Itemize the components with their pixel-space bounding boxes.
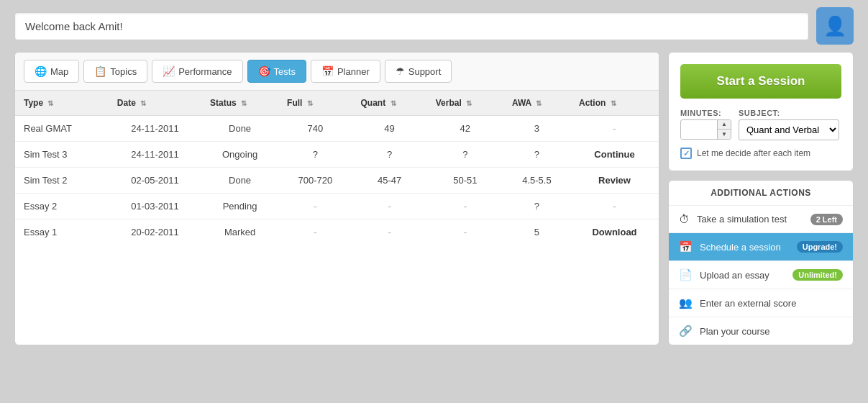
simulation-icon: ⏱ <box>679 213 690 225</box>
cell-action-4[interactable]: Download <box>570 219 659 245</box>
cell-action-3: - <box>570 194 659 219</box>
col-awa[interactable]: AWA ⇅ <box>503 91 570 116</box>
external-icon: 👥 <box>679 296 693 309</box>
right-panel: Start a Session MINUTES: ▲ ▼ SUBJECT: <box>668 52 854 345</box>
action-essay[interactable]: 📄 Upload an essay Unlimited! <box>669 261 853 289</box>
subject-select[interactable]: Quant and Verbal Quant Only Verbal Only <box>739 119 839 140</box>
sort-verbal-icon: ⇅ <box>466 99 472 107</box>
tests-table: Type ⇅ Date ⇅ Status ⇅ Full ⇅ <box>15 91 659 245</box>
action-simulation[interactable]: ⏱ Take a simulation test 2 Left <box>669 206 853 233</box>
tab-support-label: Support <box>408 66 442 77</box>
tab-planner-label: Planner <box>337 66 370 77</box>
minutes-down-button[interactable]: ▼ <box>718 130 731 139</box>
cell-2-0: Sim Test 2 <box>15 168 109 194</box>
col-status[interactable]: Status ⇅ <box>201 91 278 116</box>
cell-1-3: ? <box>278 142 352 168</box>
table-header-row: Type ⇅ Date ⇅ Status ⇅ Full ⇅ <box>15 91 659 116</box>
additional-actions-panel: ADDITIONAL ACTIONS ⏱ Take a simulation t… <box>668 180 854 345</box>
col-type[interactable]: Type ⇅ <box>15 91 109 116</box>
tab-planner[interactable]: 📅 Planner <box>311 60 380 83</box>
sort-quant-icon: ⇅ <box>390 99 396 107</box>
checkbox-label: Let me decide after each item <box>697 148 810 158</box>
cell-3-3: - <box>278 194 352 219</box>
cell-1-1: 24-11-2011 <box>109 142 201 168</box>
sort-awa-icon: ⇅ <box>536 99 542 107</box>
nav-tabs: 🌐 Map 📋 Topics 📈 Performance 🎯 Tests 📅 P… <box>15 53 659 91</box>
action-schedule[interactable]: 📅 Schedule a session Upgrade! <box>669 233 853 261</box>
col-full[interactable]: Full ⇅ <box>278 91 352 116</box>
cell-1-4: ? <box>352 142 426 168</box>
cell-4-5: - <box>427 219 503 245</box>
action-link-1[interactable]: Continue <box>594 149 634 160</box>
cell-4-6: 5 <box>503 219 570 245</box>
table-row: Essay 120-02-2011Marked---5Download <box>15 219 659 245</box>
col-quant[interactable]: Quant ⇅ <box>352 91 426 116</box>
tab-topics-label: Topics <box>110 66 137 77</box>
tab-tests[interactable]: 🎯 Tests <box>247 60 306 83</box>
cell-4-2: Marked <box>201 219 278 245</box>
sort-status-icon: ⇅ <box>241 99 247 107</box>
cell-2-1: 02-05-2011 <box>109 168 201 194</box>
schedule-icon: 📅 <box>679 240 693 253</box>
action-link-4[interactable]: Download <box>592 227 636 237</box>
map-icon: 🌐 <box>35 65 47 77</box>
additional-actions-title: ADDITIONAL ACTIONS <box>669 181 853 206</box>
user-icon: 👤 <box>823 15 846 37</box>
support-icon: ☂ <box>396 65 405 77</box>
sort-action-icon: ⇅ <box>611 99 616 107</box>
cell-1-6: ? <box>503 142 570 168</box>
cell-4-0: Essay 1 <box>15 219 109 245</box>
cell-action-1[interactable]: Continue <box>570 142 659 168</box>
checkmark-icon: ✓ <box>683 149 690 158</box>
cell-1-2: Ongoing <box>201 142 278 168</box>
col-date[interactable]: Date ⇅ <box>109 91 201 116</box>
decide-checkbox[interactable]: ✓ <box>680 148 692 159</box>
session-form-row: MINUTES: ▲ ▼ SUBJECT: Quant and Verbal Q… <box>680 109 841 140</box>
cell-1-5: ? <box>427 142 503 168</box>
action-external[interactable]: 👥 Enter an external score <box>669 289 853 317</box>
cell-action-0: - <box>570 116 659 142</box>
minutes-label: MINUTES: <box>680 109 731 117</box>
main-content: 🌐 Map 📋 Topics 📈 Performance 🎯 Tests 📅 P… <box>14 52 854 345</box>
cell-action-2[interactable]: Review <box>570 168 659 194</box>
action-external-label: Enter an external score <box>700 298 796 309</box>
cell-3-5: - <box>427 194 503 219</box>
col-action[interactable]: Action ⇅ <box>570 91 659 116</box>
tab-map[interactable]: 🌐 Map <box>24 60 79 83</box>
avatar[interactable]: 👤 <box>816 7 854 45</box>
tab-tests-label: Tests <box>274 66 296 77</box>
topics-icon: 📋 <box>94 65 106 77</box>
subject-group: SUBJECT: Quant and Verbal Quant Only Ver… <box>739 109 839 140</box>
sort-type-icon: ⇅ <box>47 99 53 107</box>
cell-0-6: 3 <box>503 116 570 142</box>
action-essay-label: Upload an essay <box>700 270 769 281</box>
cell-2-6: 4.5-5.5 <box>503 168 570 194</box>
simulation-badge: 2 Left <box>810 214 843 225</box>
essay-icon: 📄 <box>679 268 693 281</box>
action-link-2[interactable]: Review <box>598 175 631 186</box>
cell-4-3: - <box>278 219 352 245</box>
col-verbal[interactable]: Verbal ⇅ <box>427 91 503 116</box>
cell-2-2: Done <box>201 168 278 194</box>
cell-4-4: - <box>352 219 426 245</box>
minutes-up-button[interactable]: ▲ <box>718 120 731 130</box>
tab-support[interactable]: ☂ Support <box>385 60 452 83</box>
sort-full-icon: ⇅ <box>307 99 313 107</box>
cell-0-1: 24-11-2011 <box>109 116 201 142</box>
tab-topics[interactable]: 📋 Topics <box>83 60 147 83</box>
tests-icon: 🎯 <box>258 65 270 77</box>
cell-3-6: ? <box>503 194 570 219</box>
checkbox-row: ✓ Let me decide after each item <box>680 148 841 159</box>
cell-0-3: 740 <box>278 116 352 142</box>
minutes-input-wrap: ▲ ▼ <box>680 119 731 140</box>
action-course[interactable]: 🔗 Plan your course <box>669 317 853 345</box>
welcome-message: Welcome back Amit! <box>14 12 809 40</box>
cell-2-3: 700-720 <box>278 168 352 194</box>
tab-map-label: Map <box>50 66 68 77</box>
cell-3-2: Pending <box>201 194 278 219</box>
start-session-button[interactable]: Start a Session <box>680 64 841 99</box>
minutes-input[interactable] <box>681 121 717 139</box>
cell-3-0: Essay 2 <box>15 194 109 219</box>
cell-3-4: - <box>352 194 426 219</box>
tab-performance[interactable]: 📈 Performance <box>152 60 242 83</box>
